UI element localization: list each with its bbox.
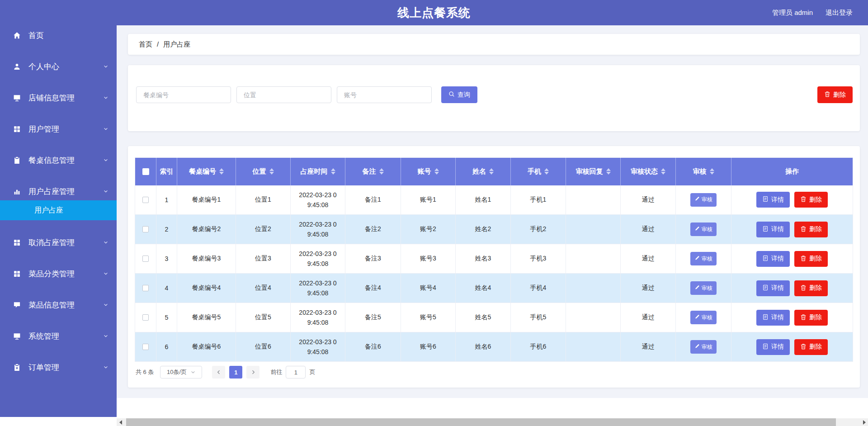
- scrollbar-thumb[interactable]: [126, 418, 836, 426]
- sort-desc-icon[interactable]: [219, 172, 224, 175]
- column-header-5[interactable]: 备注: [345, 158, 401, 185]
- sidebar-group: 用户占座管理用户占座: [0, 182, 117, 220]
- detail-button[interactable]: 详情: [756, 310, 790, 326]
- row-checkbox[interactable]: [142, 344, 149, 350]
- sort-asc-icon[interactable]: [269, 168, 274, 171]
- column-header-10[interactable]: 审核状态: [621, 158, 676, 185]
- column-header-8[interactable]: 手机: [511, 158, 566, 185]
- column-header-4[interactable]: 占座时间: [291, 158, 345, 185]
- audit-cell: 审核: [676, 274, 731, 303]
- column-header-6[interactable]: 账号: [401, 158, 456, 185]
- sort-asc-icon[interactable]: [331, 168, 335, 171]
- audit-button[interactable]: 审核: [690, 193, 717, 207]
- audit-button[interactable]: 审核: [690, 281, 717, 295]
- audit-button[interactable]: 审核: [690, 252, 717, 265]
- sidebar-item-2[interactable]: 个人中心: [0, 57, 117, 76]
- sidebar-item-7[interactable]: 取消占座管理: [0, 233, 117, 251]
- grid-icon: [13, 125, 21, 133]
- monitor-icon: [13, 94, 21, 102]
- sidebar-group: 用户管理: [0, 120, 117, 138]
- sort-desc-icon[interactable]: [606, 172, 611, 175]
- column-header-11[interactable]: 审核: [676, 158, 731, 185]
- delete-row-button[interactable]: 删除: [794, 251, 828, 267]
- sort-desc-icon[interactable]: [710, 172, 714, 175]
- sidebar-item-6[interactable]: 用户占座管理: [0, 182, 117, 200]
- sort-desc-icon[interactable]: [379, 172, 384, 175]
- audit-button[interactable]: 审核: [690, 311, 717, 324]
- sort-desc-icon[interactable]: [661, 172, 665, 175]
- row-checkbox[interactable]: [142, 314, 149, 321]
- sidebar-item-1[interactable]: 首页: [0, 26, 117, 44]
- sort-asc-icon[interactable]: [544, 168, 549, 171]
- scroll-right-arrow[interactable]: [860, 418, 868, 426]
- sidebar-item-label: 取消占座管理: [28, 237, 103, 248]
- delete-row-button[interactable]: 删除: [794, 339, 828, 355]
- sort-asc-icon[interactable]: [379, 168, 384, 171]
- sidebar-item-9[interactable]: 菜品信息管理: [0, 296, 117, 314]
- grid-icon: [13, 270, 21, 278]
- sort-asc-icon[interactable]: [710, 168, 714, 171]
- select-all-checkbox[interactable]: [142, 168, 149, 175]
- sidebar-item-10[interactable]: 系统管理: [0, 327, 117, 345]
- goto-page-input[interactable]: [286, 366, 306, 379]
- column-header-7[interactable]: 姓名: [456, 158, 511, 185]
- sort-desc-icon[interactable]: [544, 172, 549, 175]
- account-cell: 账号5: [401, 303, 456, 332]
- document-icon: [762, 196, 769, 204]
- page-size-select[interactable]: 10条/页: [160, 366, 202, 379]
- detail-button[interactable]: 详情: [756, 339, 790, 355]
- delete-row-button[interactable]: 删除: [794, 222, 828, 237]
- sidebar-item-3[interactable]: 店铺信息管理: [0, 89, 117, 107]
- next-page-button[interactable]: [246, 366, 259, 379]
- row-checkbox[interactable]: [142, 197, 149, 203]
- delete-row-button[interactable]: 删除: [794, 310, 828, 326]
- sort-asc-icon[interactable]: [219, 168, 224, 171]
- detail-button[interactable]: 详情: [756, 251, 790, 267]
- top-bar: 线上点餐系统 管理员 admin 退出登录: [0, 0, 868, 25]
- detail-button[interactable]: 详情: [756, 222, 790, 237]
- sort-desc-icon[interactable]: [269, 172, 274, 175]
- sort-desc-icon[interactable]: [331, 172, 335, 175]
- sort-desc-icon[interactable]: [434, 172, 439, 175]
- audit-status-cell: 通过: [621, 185, 676, 215]
- occupy-time-value: 2022-03-23 09:45:08: [298, 308, 338, 327]
- breadcrumb-item[interactable]: 首页: [139, 40, 152, 48]
- row-checkbox[interactable]: [142, 226, 149, 232]
- chevron-down-icon: [103, 189, 108, 194]
- search-button[interactable]: 查询: [441, 86, 477, 103]
- sidebar-subitem[interactable]: 用户占座: [0, 200, 117, 220]
- occupy-time-cell: 2022-03-23 09:45:08: [291, 244, 345, 274]
- document-icon: [762, 343, 769, 351]
- column-header-3[interactable]: 位置: [236, 158, 291, 185]
- sidebar-item-11[interactable]: 订单管理: [0, 358, 117, 376]
- home-icon: [13, 32, 21, 39]
- triangle-right-icon: [863, 420, 866, 425]
- sort-desc-icon[interactable]: [489, 172, 494, 175]
- filter-input-2[interactable]: [236, 86, 331, 103]
- row-checkbox[interactable]: [142, 256, 149, 262]
- prev-page-button[interactable]: [212, 366, 225, 379]
- filter-input-3[interactable]: [337, 86, 432, 103]
- page-number-button[interactable]: 1: [229, 366, 242, 379]
- sidebar-item-5[interactable]: 餐桌信息管理: [0, 151, 117, 169]
- detail-button[interactable]: 详情: [756, 192, 790, 208]
- logout-link[interactable]: 退出登录: [826, 9, 853, 17]
- delete-row-button[interactable]: 删除: [794, 192, 828, 208]
- sort-asc-icon[interactable]: [661, 168, 665, 171]
- column-header-9[interactable]: 审核回复: [566, 158, 621, 185]
- sort-asc-icon[interactable]: [489, 168, 494, 171]
- column-header-2[interactable]: 餐桌编号: [177, 158, 236, 185]
- detail-button[interactable]: 详情: [756, 280, 790, 296]
- delete-row-button[interactable]: 删除: [794, 280, 828, 296]
- row-checkbox[interactable]: [142, 285, 149, 291]
- sidebar-item-4[interactable]: 用户管理: [0, 120, 117, 138]
- sort-asc-icon[interactable]: [434, 168, 439, 171]
- scroll-left-arrow[interactable]: [117, 418, 124, 426]
- bulk-delete-button[interactable]: 删除: [817, 86, 853, 103]
- sort-asc-icon[interactable]: [606, 168, 611, 171]
- filter-row: 查询: [136, 86, 853, 103]
- filter-input-1[interactable]: [136, 86, 231, 103]
- audit-button[interactable]: 审核: [690, 340, 717, 354]
- audit-button[interactable]: 审核: [690, 222, 717, 236]
- sidebar-item-8[interactable]: 菜品分类管理: [0, 265, 117, 283]
